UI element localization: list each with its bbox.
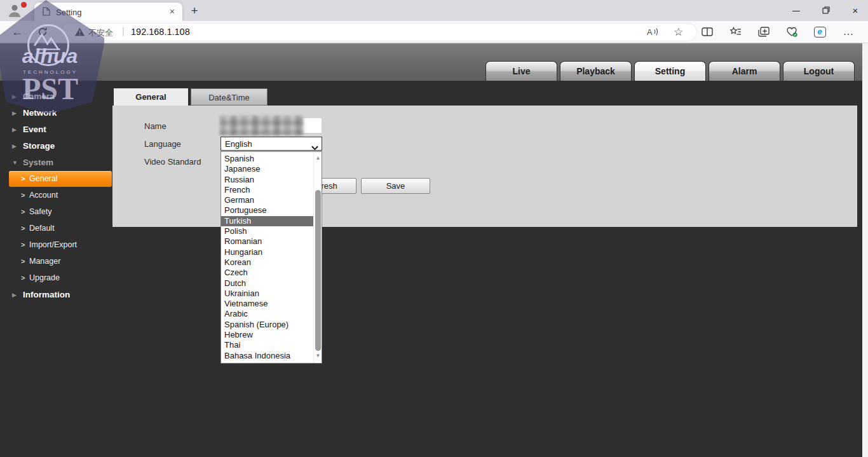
page-scrollbar[interactable] — [862, 43, 868, 457]
dropdown-option[interactable]: Romanian — [221, 236, 313, 247]
submenu-arrow-icon: > — [21, 204, 25, 220]
submenu-arrow-icon: > — [21, 237, 25, 253]
restore-icon — [822, 6, 830, 14]
window-restore-button[interactable] — [815, 3, 837, 18]
tab-close-icon[interactable]: × — [170, 6, 175, 17]
dropdown-option[interactable]: Russian — [221, 175, 313, 185]
sidebar-item-safety[interactable]: > Safety — [0, 204, 112, 220]
tab-date-time[interactable]: Date&Time — [191, 88, 268, 106]
collections-icon — [758, 27, 770, 37]
dropdown-option[interactable]: Bahasa Indonesia — [221, 351, 313, 361]
address-divider: | — [122, 26, 125, 36]
dropdown-option[interactable]: Spanish — [221, 154, 313, 164]
security-warning-icon[interactable] — [75, 27, 85, 39]
browser-essentials-button[interactable] — [783, 21, 800, 43]
sidebar-item-import-export[interactable]: > Import/Export — [0, 237, 112, 253]
dropdown-option[interactable]: Czech — [221, 268, 313, 278]
collapsed-arrow-icon: ▶ — [12, 121, 17, 138]
dropdown-option[interactable]: Korean — [221, 257, 313, 268]
redaction-blur — [220, 116, 304, 135]
favorites-button[interactable] — [728, 21, 744, 43]
browser-menu-button[interactable]: … — [840, 21, 857, 43]
screen: Setting × + × ← — [0, 0, 868, 457]
dropdown-option[interactable]: Spanish (Europe) — [221, 320, 313, 330]
dropdown-option[interactable]: French — [221, 185, 313, 195]
minimize-icon — [792, 11, 800, 11]
window-minimize-button[interactable] — [785, 3, 807, 18]
url-text[interactable]: 192.168.1.108 — [131, 27, 190, 37]
sidebar-item-system[interactable]: ▼ System — [0, 154, 112, 171]
split-screen-button[interactable] — [699, 21, 715, 43]
dropdown-option[interactable]: Portuguese — [221, 205, 313, 215]
dropdown-option[interactable]: German — [221, 195, 313, 205]
dropdown-option[interactable]: Polish — [221, 226, 313, 236]
browser-tabstrip: Setting × + × — [0, 0, 868, 21]
window-close-button[interactable]: × — [844, 3, 866, 18]
refresh-page-button[interactable] — [34, 21, 51, 43]
dropdown-option[interactable]: Hungarian — [221, 247, 313, 257]
scroll-down-icon[interactable]: ▼ — [314, 353, 322, 358]
name-label: Name — [144, 121, 166, 131]
dropdown-option[interactable]: Ukrainian — [221, 289, 313, 299]
nav-setting-button[interactable]: Setting — [634, 61, 706, 81]
dropdown-option[interactable]: Hebrew — [221, 330, 313, 340]
sidebar-item-default[interactable]: > Default — [0, 221, 112, 236]
collapsed-arrow-icon: ▶ — [12, 138, 17, 154]
nav-alarm-button[interactable]: Alarm — [709, 61, 780, 81]
sidebar-item-network[interactable]: ▶ Network — [0, 105, 112, 121]
collections-button[interactable] — [756, 21, 772, 43]
refresh-icon — [37, 27, 48, 37]
language-select[interactable]: English — [220, 137, 322, 151]
dropdown-option[interactable]: Dutch — [221, 278, 313, 289]
add-favorite-button[interactable]: ☆ — [674, 25, 683, 39]
ie-mode-button[interactable]: e — [811, 21, 828, 43]
language-dropdown-list: Spanish Japanese Russian French German P… — [220, 151, 322, 364]
video-standard-label: Video Standard — [144, 157, 201, 167]
security-warning-label[interactable]: 不安全 — [88, 27, 113, 39]
submenu-arrow-icon: > — [21, 171, 25, 187]
sidebar-item-general-selected[interactable]: > General — [9, 171, 112, 187]
sidebar-item-event[interactable]: ▶ Event — [0, 121, 112, 138]
sidebar-item-manager[interactable]: > Manager — [0, 254, 112, 269]
collapsed-arrow-icon: ▶ — [12, 287, 17, 303]
page-favicon-icon — [43, 7, 50, 18]
nav-playback-button[interactable]: Playback — [560, 61, 632, 81]
sidebar-item-information[interactable]: ▶ Information — [0, 287, 112, 303]
dropdown-option[interactable]: Thai — [221, 340, 313, 350]
dropdown-scrollbar[interactable]: ▲ ▼ — [313, 152, 322, 363]
submenu-arrow-icon: > — [21, 221, 25, 236]
language-label: Language — [144, 139, 181, 149]
language-selected-value: English — [225, 139, 252, 149]
submenu-arrow-icon: > — [21, 254, 25, 269]
nav-live-button[interactable]: Live — [485, 61, 557, 81]
notification-dot-icon — [21, 2, 27, 8]
split-screen-icon — [702, 27, 713, 36]
sidebar-item-upgrade[interactable]: > Upgrade — [0, 270, 112, 286]
dropdown-option[interactable]: Arabic — [221, 309, 313, 319]
save-button[interactable]: Save — [361, 178, 430, 194]
sidebar-item-camera[interactable]: ▶ Camera — [0, 88, 112, 105]
dropdown-option[interactable]: Vietnamese — [221, 299, 313, 309]
heart-pulse-icon — [786, 27, 798, 38]
tab-general[interactable]: General — [114, 88, 188, 106]
read-aloud-button[interactable]: A — [647, 27, 659, 39]
language-options: Spanish Japanese Russian French German P… — [221, 154, 313, 361]
submenu-arrow-icon: > — [21, 188, 25, 203]
dropdown-option-highlighted[interactable]: Turkish — [221, 216, 313, 226]
name-input[interactable] — [221, 118, 322, 133]
back-button[interactable]: ← — [9, 21, 25, 43]
sidebar-item-storage[interactable]: ▶ Storage — [0, 138, 112, 154]
scrollbar-thumb[interactable] — [315, 190, 321, 351]
nav-logout-button[interactable]: Logout — [783, 61, 855, 81]
expanded-arrow-icon: ▼ — [12, 154, 18, 171]
scroll-up-icon[interactable]: ▲ — [314, 155, 322, 161]
submenu-arrow-icon: > — [21, 270, 25, 286]
svg-text:A: A — [647, 27, 653, 36]
new-tab-button[interactable]: + — [186, 3, 203, 18]
sidebar-item-account[interactable]: > Account — [0, 188, 112, 203]
dropdown-option[interactable]: Japanese — [221, 164, 313, 174]
favorites-list-icon — [730, 27, 742, 37]
browser-tab-setting[interactable]: Setting × — [34, 3, 182, 21]
address-bar[interactable]: 不安全 | 192.168.1.108 A ☆ — [61, 24, 696, 41]
profile-avatar[interactable] — [5, 2, 28, 19]
